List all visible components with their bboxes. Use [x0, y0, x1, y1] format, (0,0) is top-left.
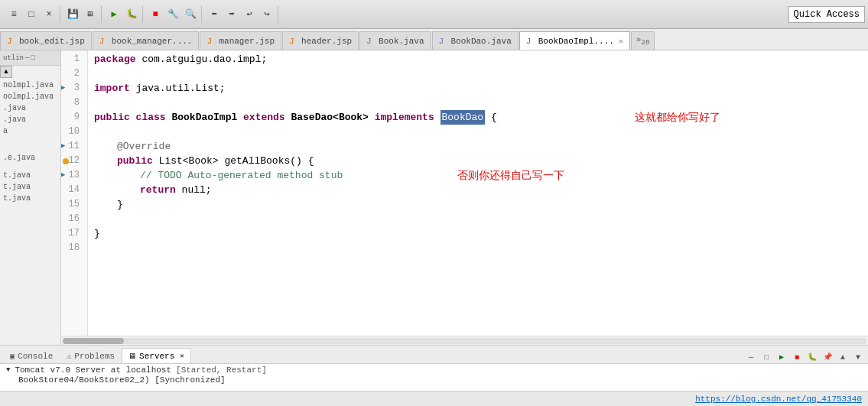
tab-console-label: Console: [18, 352, 53, 361]
toolbar-btn-6[interactable]: 🔍: [182, 6, 199, 23]
line-num-8: 8: [61, 96, 83, 110]
toolbar-btn-2[interactable]: □: [23, 6, 40, 23]
toolbar-btn-10[interactable]: ↪: [258, 6, 275, 23]
sidebar-collapse-btn[interactable]: utlin: [3, 54, 24, 62]
code-override: @Override: [117, 139, 171, 154]
toolbar-btn-save[interactable]: 💾: [64, 6, 81, 23]
line-num-9: 9: [61, 110, 83, 125]
sidebar-item-4[interactable]: .java: [0, 114, 60, 125]
tab-icon-4: J: [289, 37, 298, 46]
bottom-down-btn[interactable]: ▼: [851, 351, 865, 363]
toolbar-btn-7[interactable]: ⬅: [206, 6, 223, 23]
sidebar-item-2[interactable]: oolmpl.java: [0, 91, 60, 102]
code-null: null;: [182, 183, 212, 197]
tab-problems-label: Problems: [74, 352, 115, 361]
bottom-maximize-btn[interactable]: □: [759, 351, 773, 363]
bottom-stop-btn[interactable]: ■: [790, 351, 804, 363]
sidebar-item-5[interactable]: a: [0, 125, 60, 137]
kw-return: return: [140, 183, 182, 197]
code-content[interactable]: 1 2 3 8 9 10 11 12 13 14 15 16 17 18 pac…: [61, 50, 868, 336]
code-close-class: }: [94, 226, 100, 241]
sidebar-item-6[interactable]: .e.java: [0, 152, 60, 164]
code-line-2: [94, 67, 868, 81]
scrollbar-track: [63, 338, 866, 344]
line-num-16: 16: [61, 212, 83, 226]
tab-book-java[interactable]: J Book.java: [359, 31, 431, 50]
kw-public-2: public: [117, 154, 159, 168]
bottom-run-btn[interactable]: ▶: [775, 351, 788, 363]
toolbar-btn-4[interactable]: ■: [147, 6, 164, 23]
sidebar-item-9[interactable]: t.java: [0, 193, 60, 204]
toolbar-btn-save-all[interactable]: ⊞: [82, 6, 99, 23]
editor-tab-bar: J book_edit.jsp J book_manager.... J man…: [0, 29, 868, 50]
tab-icon-1: J: [7, 37, 16, 46]
code-lines[interactable]: package com.atguigu.dao.impl; import jav…: [88, 50, 868, 336]
toolbar-btn-9[interactable]: ↩: [241, 6, 258, 23]
sidebar-maximize-btn[interactable]: □: [31, 54, 34, 62]
tab-label-7: BookDaoImpl....: [538, 37, 614, 46]
code-line-15: }: [94, 197, 868, 212]
kw-implements: implements: [375, 110, 441, 125]
tab-servers[interactable]: 🖥 Servers ✕: [122, 348, 191, 363]
sidebar-item-3[interactable]: .java: [0, 102, 60, 114]
toolbar-btn-5[interactable]: 🔧: [164, 6, 181, 23]
bottom-up-btn[interactable]: ▲: [836, 351, 850, 363]
toolbar-btn-run[interactable]: ▶: [106, 6, 122, 23]
kw-package: package: [94, 52, 141, 67]
status-url[interactable]: https://blog.csdn.net/qq_41753340: [695, 395, 862, 404]
line-num-13: 13: [61, 168, 83, 183]
tab-problems[interactable]: ⚠ Problems: [60, 348, 122, 363]
code-text-import: java.util.List;: [136, 81, 226, 96]
kw-import: import: [94, 81, 136, 96]
sidebar-minimize-btn[interactable]: —: [25, 54, 29, 62]
tab-bookdao-java[interactable]: J BookDao.java: [432, 31, 519, 50]
kw-extends: extends: [243, 110, 291, 125]
code-line-8: [94, 96, 868, 110]
tab-book-manager-jsp[interactable]: J book_manager....: [93, 31, 200, 50]
tab-manager-jsp[interactable]: J manager.jsp: [200, 31, 281, 50]
tab-close-icon[interactable]: ✕: [619, 37, 623, 46]
toolbar-btn-1[interactable]: ≡: [5, 6, 22, 23]
tab-book-edit-jsp[interactable]: J book_edit.jsp: [0, 31, 92, 50]
server-status: [Started, Restart]: [176, 365, 267, 375]
left-sidebar: utlin — □ ▲ nolmpl.java oolmpl.java .jav…: [0, 50, 61, 345]
line-num-2: 2: [61, 67, 83, 81]
sidebar-item-8[interactable]: t.java: [0, 181, 60, 193]
tab-overflow[interactable]: »28: [631, 31, 655, 50]
toolbar-btn-3[interactable]: ×: [41, 6, 57, 23]
bottom-pin-btn[interactable]: 📌: [821, 351, 834, 363]
sidebar-item-1[interactable]: nolmpl.java: [0, 80, 60, 91]
tab-servers-label: Servers: [139, 352, 174, 361]
toolbar-group-2: 💾 ⊞: [62, 6, 102, 23]
sidebar-item-7[interactable]: t.java: [0, 170, 60, 181]
toolbar-btn-debug[interactable]: 🐛: [123, 6, 140, 23]
code-line-9: public class BookDaoImpl extends BaseDao…: [94, 110, 868, 125]
scrollbar-thumb[interactable]: [63, 338, 124, 344]
servers-close-icon[interactable]: ✕: [180, 352, 184, 360]
tab-bookdaoimpl-java[interactable]: J BookDaoImpl.... ✕: [519, 31, 630, 50]
main-area: utlin — □ ▲ nolmpl.java oolmpl.java .jav…: [0, 50, 868, 345]
quick-access-box[interactable]: Quick Access: [788, 6, 865, 23]
line-num-15: 15: [61, 197, 83, 212]
server-item[interactable]: ▼ Tomcat v7.0 Server at localhost [Start…: [6, 365, 862, 375]
server-sub-item[interactable]: BookStore04/BookStore02_2) [Synchronized…: [18, 375, 862, 385]
bottom-tab-bar: ▣ Console ⚠ Problems 🖥 Servers ✕ — □ ▶ ■…: [0, 346, 868, 364]
server-expand-icon[interactable]: ▼: [6, 366, 10, 374]
tab-console[interactable]: ▣ Console: [3, 348, 60, 363]
kw-public-1: public: [94, 110, 136, 125]
tab-icon-2: J: [99, 37, 109, 46]
line-num-10: 10: [61, 125, 83, 139]
tab-label-3: manager.jsp: [219, 37, 275, 46]
sidebar-scroll-up-btn[interactable]: ▲: [0, 66, 12, 78]
bottom-minimize-btn[interactable]: —: [744, 351, 758, 363]
tab-header-jsp[interactable]: J header.jsp: [282, 31, 359, 50]
main-toolbar: ≡ □ × 💾 ⊞ ▶ 🐛 ■ 🔧 🔍 ⬅ ➡ ↩ ↪ Quick Access: [0, 0, 868, 29]
horizontal-scrollbar[interactable]: [61, 336, 868, 345]
code-comment: // TODO Auto-generated method stub: [140, 168, 343, 183]
bottom-debug-btn[interactable]: 🐛: [805, 351, 819, 363]
highlight-bookdao: BookDao: [441, 110, 486, 125]
line-num-12: 12: [61, 154, 83, 168]
toolbar-btn-8[interactable]: ➡: [223, 6, 240, 23]
server-label: Tomcat v7.0 Server at localhost: [15, 365, 171, 375]
line-num-11: 11: [61, 139, 83, 154]
